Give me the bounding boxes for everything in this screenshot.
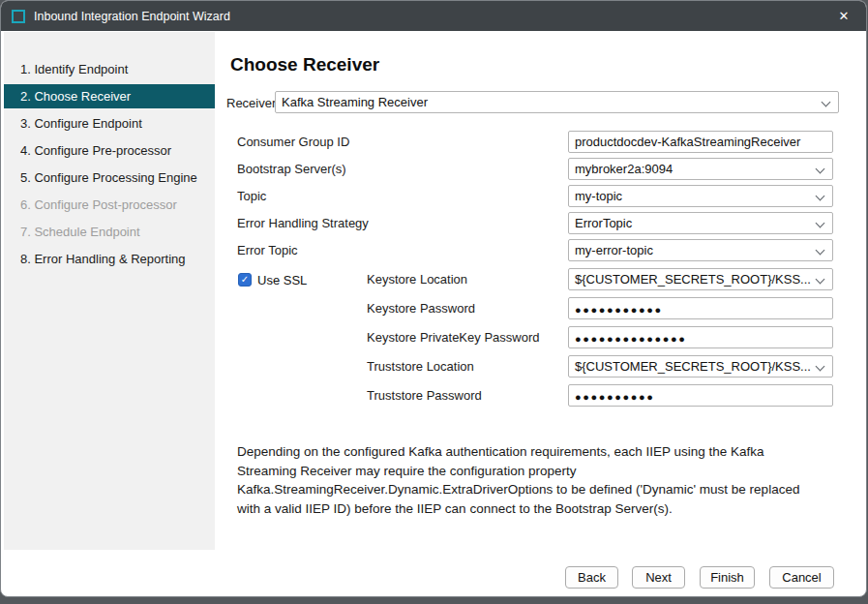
chevron-down-icon [816, 275, 825, 285]
receiver-select[interactable]: Kafka Streaming Receiver [275, 91, 839, 113]
error-topic-label: Error Topic [237, 243, 298, 257]
consumer-group-id-input[interactable]: productdocdev-KafkaStreamingReceiver [568, 131, 833, 153]
page-title: Choose Receiver [230, 54, 379, 76]
truststore-location-label: Truststore Location [367, 359, 474, 374]
back-button[interactable]: Back [565, 566, 618, 589]
keystore-password-input[interactable]: ●●●●●●●●●●● [568, 297, 833, 319]
keystore-privatekey-password-input[interactable]: ●●●●●●●●●●●●●● [568, 326, 833, 348]
keystore-location-value: ${CUSTOMER_SECRETS_ROOT}/KSS... [575, 272, 811, 287]
keystore-password-label: Keystore Password [367, 301, 475, 316]
note-line: Kafka.StreamingReceiver.Dynamic.ExtraDri… [237, 480, 856, 499]
keystore-password-value: ●●●●●●●●●●● [575, 304, 663, 316]
sidebar-item-configure-pre-processor[interactable]: 4. Configure Pre-processor [4, 138, 215, 163]
bootstrap-servers-label: Bootstrap Server(s) [237, 162, 346, 176]
keystore-location-label: Keystore Location [367, 272, 467, 287]
note-line: Streaming Receiver may require the confi… [237, 462, 856, 481]
kafka-config-note: Depending on the configured Kafka authen… [237, 442, 856, 518]
receiver-label: Receiver [226, 96, 276, 110]
note-line: with a valid IIEP ID) before the IIEP ca… [237, 499, 856, 519]
sidebar-item-identify-endpoint[interactable]: 1. Identify Endpoint [4, 57, 215, 81]
app-icon [12, 10, 25, 23]
window-title: Inbound Integration Endpoint Wizard [34, 10, 230, 23]
truststore-password-value: ●●●●●●●●●● [575, 391, 654, 403]
use-ssl-label: Use SSL [257, 273, 307, 287]
chevron-down-icon [816, 192, 825, 201]
bootstrap-servers-value: mybroker2a:9094 [575, 162, 673, 176]
chevron-down-icon [822, 98, 831, 107]
consumer-group-id-label: Consumer Group ID [237, 135, 349, 149]
chevron-down-icon [816, 165, 825, 174]
checkmark-icon: ✓ [241, 273, 249, 287]
error-handling-strategy-value: ErrorTopic [575, 216, 632, 230]
error-topic-select[interactable]: my-error-topic [568, 239, 833, 261]
chevron-down-icon [816, 246, 825, 256]
error-topic-value: my-error-topic [575, 243, 653, 257]
truststore-password-input[interactable]: ●●●●●●●●●● [568, 384, 833, 407]
sidebar-item-schedule-endpoint: 7. Schedule Endpoint [4, 220, 215, 244]
sidebar-item-configure-processing-engine[interactable]: 5. Configure Processing Engine [4, 166, 215, 190]
sidebar-item-error-handling-reporting[interactable]: 8. Error Handling & Reporting [4, 247, 215, 271]
error-handling-strategy-label: Error Handling Strategy [237, 216, 369, 230]
close-button[interactable]: ✕ [822, 1, 866, 31]
next-button[interactable]: Next [632, 566, 685, 589]
chevron-down-icon [816, 219, 825, 228]
bootstrap-servers-select[interactable]: mybroker2a:9094 [568, 158, 833, 180]
keystore-privatekey-password-label: Keystore PrivateKey Password [367, 330, 539, 345]
cancel-button[interactable]: Cancel [769, 566, 834, 589]
topic-value: my-topic [575, 189, 622, 203]
receiver-select-value: Kafka Streaming Receiver [282, 95, 428, 109]
consumer-group-id-value: productdocdev-KafkaStreamingReceiver [575, 135, 800, 149]
keystore-privatekey-password-value: ●●●●●●●●●●●●●● [575, 333, 686, 345]
truststore-password-label: Truststore Password [367, 388, 482, 403]
sidebar-item-choose-receiver[interactable]: 2. Choose Receiver [4, 84, 215, 108]
title-bar: Inbound Integration Endpoint Wizard ✕ [1, 1, 866, 31]
sidebar-item-configure-endpoint[interactable]: 3. Configure Endpoint [4, 111, 215, 136]
topic-label: Topic [237, 189, 266, 203]
wizard-steps-sidebar: 1. Identify Endpoint 2. Choose Receiver … [4, 32, 215, 550]
close-icon: ✕ [839, 9, 850, 23]
wizard-window: Inbound Integration Endpoint Wizard ✕ 1.… [0, 0, 867, 597]
finish-button[interactable]: Finish [700, 566, 755, 589]
use-ssl-checkbox[interactable]: ✓ [238, 273, 252, 287]
note-line: Depending on the configured Kafka authen… [237, 442, 856, 462]
error-handling-strategy-select[interactable]: ErrorTopic [568, 212, 833, 234]
keystore-location-select[interactable]: ${CUSTOMER_SECRETS_ROOT}/KSS... [568, 268, 833, 290]
chevron-down-icon [816, 362, 825, 372]
sidebar-item-configure-post-processor: 6. Configure Post-processor [4, 193, 215, 217]
truststore-location-value: ${CUSTOMER_SECRETS_ROOT}/KSS... [575, 359, 811, 374]
topic-select[interactable]: my-topic [568, 185, 833, 207]
truststore-location-select[interactable]: ${CUSTOMER_SECRETS_ROOT}/KSS... [568, 355, 833, 378]
